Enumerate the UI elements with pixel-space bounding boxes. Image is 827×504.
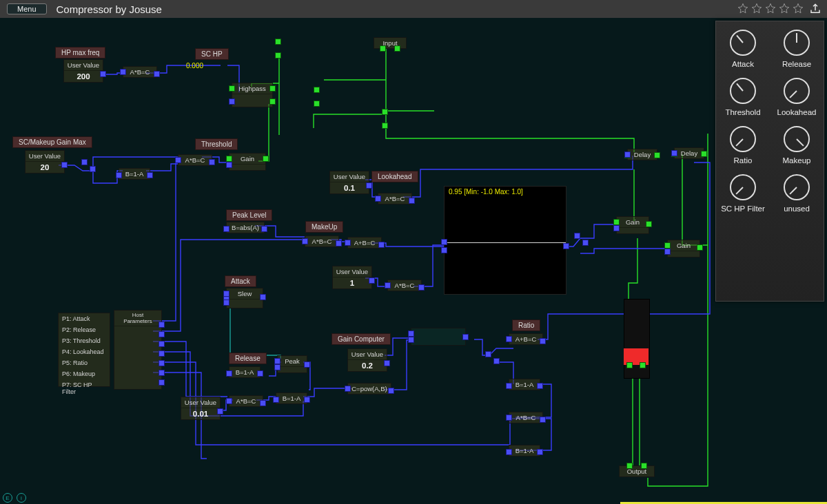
node-input[interactable]: Input bbox=[374, 37, 407, 49]
node-user-value-gc[interactable]: User Value 0.2 bbox=[347, 348, 387, 372]
scope-readout: 0.95 [Min: -1.0 Max: 1.0] bbox=[449, 188, 523, 196]
label-peak-level: Peak Level bbox=[226, 209, 272, 221]
knob-panel: Attack Release Threshold Lookahead Ratio… bbox=[715, 21, 824, 302]
knob-label: unused bbox=[770, 204, 824, 213]
node-op: B=1-A bbox=[119, 169, 150, 179]
node-mul-look[interactable]: A*B=C bbox=[378, 193, 412, 204]
knob-label: Release bbox=[770, 60, 824, 68]
knob-threshold[interactable] bbox=[730, 78, 756, 104]
star-icon[interactable] bbox=[779, 3, 790, 14]
knob-label: Lookahead bbox=[770, 108, 824, 116]
node-user-value-makeup[interactable]: User Value 1 bbox=[332, 266, 372, 289]
node-canvas[interactable]: HP max freq SC HP SC/Makeup Gain Max Thr… bbox=[0, 18, 827, 504]
node-title: Gain bbox=[668, 240, 700, 251]
param-item: P3: Threshold bbox=[59, 335, 110, 346]
node-op: A*B=C bbox=[229, 396, 263, 406]
node-op: B=1-A bbox=[276, 393, 307, 403]
param-item: P4: Lookahead bbox=[59, 346, 110, 357]
node-op: A+B=C bbox=[348, 238, 381, 248]
status-icon-i[interactable]: i bbox=[17, 493, 26, 503]
knob-makeup[interactable] bbox=[784, 126, 810, 152]
knob-attack[interactable] bbox=[730, 30, 756, 56]
star-icon[interactable] bbox=[751, 3, 762, 14]
label-gain-computer: Gain Computer bbox=[331, 333, 391, 345]
node-gain-comp-disp[interactable] bbox=[411, 328, 466, 346]
param-item: P5: Ratio bbox=[59, 357, 110, 368]
node-delay-1[interactable]: Delay bbox=[627, 149, 657, 160]
node-peak[interactable]: Peak bbox=[277, 355, 307, 373]
node-host-params[interactable]: Host Parameters bbox=[114, 310, 162, 390]
node-gain-thresh[interactable]: Gain bbox=[229, 153, 266, 171]
node-title: Input bbox=[374, 38, 406, 48]
label-sc-makeup: SC/Makeup Gain Max bbox=[12, 136, 92, 148]
node-value[interactable]: 0.1 bbox=[330, 182, 369, 193]
node-gain-right-1[interactable]: Gain bbox=[616, 216, 649, 234]
star-icon[interactable] bbox=[793, 3, 804, 14]
node-user-value-lookahead[interactable]: User Value 0.1 bbox=[329, 171, 369, 194]
node-value[interactable]: 200 bbox=[64, 71, 103, 82]
node-delay-2[interactable]: Delay bbox=[674, 147, 704, 159]
label-attack: Attack bbox=[225, 275, 256, 287]
node-inv-release[interactable]: B=1-A bbox=[229, 366, 261, 378]
node-value[interactable]: 20 bbox=[25, 162, 64, 173]
node-mul-ratio[interactable]: A*B=C bbox=[509, 412, 543, 423]
scope-display[interactable]: 0.95 [Min: -1.0 Max: 1.0] bbox=[444, 186, 566, 295]
node-abs[interactable]: B=abs(A) bbox=[226, 222, 265, 233]
node-mul-release[interactable]: A*B=C bbox=[229, 395, 263, 407]
header-bar: Menu Compressor by Josuse bbox=[0, 0, 827, 18]
node-op: A*B=C bbox=[388, 280, 421, 291]
node-title: Peak bbox=[278, 356, 307, 367]
node-op: A*B=C bbox=[378, 193, 411, 204]
node-op: A+B=C bbox=[509, 334, 542, 344]
knob-lookahead[interactable] bbox=[784, 78, 810, 104]
node-user-value-release[interactable]: User Value 0.01 bbox=[181, 397, 221, 420]
node-mul-thresh[interactable]: A*B=C bbox=[178, 154, 212, 166]
node-mul-make2[interactable]: A*B=C bbox=[387, 280, 422, 291]
node-user-value-scmakeup[interactable]: User Value 20 bbox=[25, 150, 65, 174]
rating-stars[interactable] bbox=[737, 3, 804, 14]
node-op: A*B=C bbox=[178, 155, 212, 165]
node-title: User Value bbox=[348, 349, 387, 360]
node-pow[interactable]: C=pow(A,B) bbox=[347, 383, 391, 395]
wire-layer bbox=[0, 18, 827, 504]
node-title: Gain bbox=[229, 154, 265, 165]
knob-label: Ratio bbox=[716, 156, 770, 165]
label-lookahead: Lookahead bbox=[371, 171, 418, 182]
clip-indicator bbox=[624, 348, 649, 365]
knob-unused[interactable] bbox=[784, 174, 810, 200]
knob-sc-hp[interactable] bbox=[730, 174, 756, 200]
share-icon[interactable] bbox=[809, 3, 821, 15]
knob-ratio[interactable] bbox=[730, 126, 756, 152]
node-inv-ratio2[interactable]: B=1-A bbox=[509, 445, 540, 456]
node-slew[interactable]: Slew bbox=[226, 288, 263, 308]
node-highpass[interactable]: Highpass bbox=[232, 83, 273, 107]
node-inv-release2[interactable]: B=1-A bbox=[276, 392, 307, 404]
node-output[interactable]: Output bbox=[619, 465, 655, 477]
node-value[interactable]: 1 bbox=[333, 277, 371, 288]
node-op: A*B=C bbox=[123, 67, 156, 77]
node-op: B=1-A bbox=[229, 367, 260, 377]
node-title: Delay bbox=[675, 148, 704, 158]
node-inv-ratio[interactable]: B=1-A bbox=[509, 379, 540, 390]
node-gain-right-2[interactable]: Gain bbox=[667, 240, 700, 258]
node-user-value-hp[interactable]: User Value 200 bbox=[63, 59, 103, 83]
display-sc-hp-value: 0.000 bbox=[186, 62, 203, 70]
node-mul-makeup[interactable]: A*B=C bbox=[305, 235, 339, 247]
node-title: User Value bbox=[333, 266, 371, 277]
node-mul-hp[interactable]: A*B=C bbox=[123, 66, 157, 78]
node-add-ratio[interactable]: A+B=C bbox=[509, 333, 543, 345]
node-value[interactable]: 0.2 bbox=[348, 360, 387, 371]
param-item: P7: SC HP Filter bbox=[59, 379, 110, 397]
label-threshold: Threshold bbox=[195, 138, 238, 150]
node-add-makeup[interactable]: A+B=C bbox=[347, 237, 382, 249]
param-list: P1: Attack P2: Release P3: Threshold P4:… bbox=[58, 313, 110, 387]
app-title: Compressor by Josuse bbox=[57, 3, 162, 15]
status-icon-e[interactable]: E bbox=[3, 493, 12, 503]
node-inv-1[interactable]: B=1-A bbox=[119, 168, 150, 180]
menu-button[interactable]: Menu bbox=[7, 3, 47, 14]
node-value[interactable]: 0.01 bbox=[181, 408, 220, 419]
star-icon[interactable] bbox=[765, 3, 776, 14]
knob-release[interactable] bbox=[784, 30, 810, 56]
node-title: Gain bbox=[617, 217, 649, 228]
star-icon[interactable] bbox=[737, 3, 748, 14]
